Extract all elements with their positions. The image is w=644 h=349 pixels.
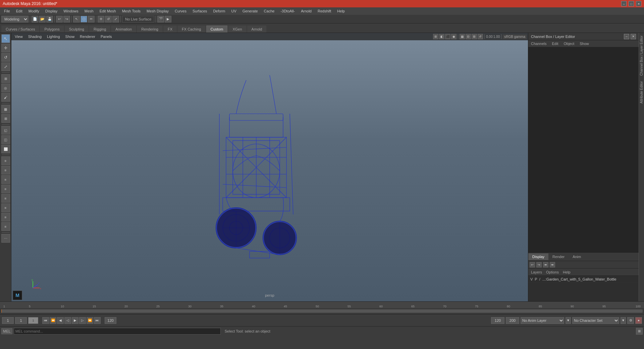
- tab-arnold[interactable]: Arnold: [247, 26, 267, 33]
- layer-row[interactable]: V P / ...:Garden_Cart_with_5_Gallon_Wate…: [528, 276, 639, 283]
- menu-uv[interactable]: UV: [228, 8, 239, 14]
- menu-mesh[interactable]: Mesh: [82, 8, 96, 14]
- vp-menu-panels[interactable]: Panels: [99, 34, 114, 39]
- tab-rendering[interactable]: Rendering: [137, 26, 163, 33]
- anim-end-field[interactable]: [506, 317, 519, 324]
- layer-p[interactable]: P: [535, 277, 537, 281]
- tab-custom[interactable]: Custom: [206, 26, 228, 33]
- tab-sculpting[interactable]: Sculpting: [65, 26, 89, 33]
- new-scene-button[interactable]: 📄: [32, 16, 38, 22]
- char-set-btn[interactable]: ▼: [621, 317, 626, 324]
- vp-btn-4[interactable]: ◉: [451, 34, 457, 39]
- soft-select-left[interactable]: ◎: [1, 84, 10, 92]
- layers-btn-4[interactable]: ➡: [550, 262, 555, 267]
- tab-fx[interactable]: FX: [163, 26, 177, 33]
- vtab-channel-box[interactable]: Channel Box / Layer Editor: [639, 33, 644, 79]
- disp-tab-render[interactable]: Render: [548, 253, 569, 260]
- poly-tool-3[interactable]: ⬜: [1, 145, 10, 153]
- channel-box-close[interactable]: ✕: [631, 34, 636, 39]
- prev-frame-button[interactable]: ⏪: [50, 317, 56, 324]
- close-button[interactable]: ✕: [636, 1, 641, 6]
- layers-btn-3[interactable]: ⬅: [543, 262, 548, 267]
- vp-btn-7[interactable]: ⊞: [472, 34, 477, 39]
- grid-btn-2[interactable]: ⊞: [1, 114, 10, 123]
- menu-redshift[interactable]: Redshift: [315, 8, 334, 14]
- redo-button[interactable]: ↪: [63, 16, 70, 22]
- frame-end-field[interactable]: [105, 317, 116, 324]
- disp-tab-anim[interactable]: Anim: [569, 253, 585, 260]
- move-tool-left[interactable]: ✛: [1, 44, 10, 52]
- lay-tab-help[interactable]: Help: [561, 269, 572, 275]
- vtab-attribute-editor[interactable]: Attribute Editor: [639, 79, 644, 106]
- extra-btn[interactable]: ⋯: [1, 234, 10, 243]
- minimize-button[interactable]: –: [621, 1, 627, 6]
- open-scene-button[interactable]: 📂: [39, 16, 46, 22]
- menu-mesh-display[interactable]: Mesh Display: [144, 8, 171, 14]
- paint-weights-left[interactable]: 🖌: [1, 93, 10, 102]
- move-tool-button[interactable]: ✛: [98, 16, 104, 22]
- sculpt-btn-2[interactable]: ≡: [1, 166, 10, 174]
- poly-tool-1[interactable]: ◱: [1, 126, 10, 135]
- layer-v[interactable]: V: [530, 277, 533, 281]
- menu-3dtoall[interactable]: -3DtoAll-: [278, 8, 298, 14]
- anim-layer-btn[interactable]: ▼: [566, 317, 571, 324]
- mode-dropdown[interactable]: Modeling Rigging Animation FX Rendering: [1, 16, 29, 22]
- channel-box-minimize[interactable]: –: [624, 34, 629, 39]
- play-forward-button[interactable]: ▶: [72, 317, 78, 324]
- tab-polygons[interactable]: Polygons: [40, 26, 64, 33]
- goto-end-button[interactable]: ⏭: [94, 317, 101, 324]
- undo-button[interactable]: ↩: [56, 16, 63, 22]
- lay-tab-options[interactable]: Options: [545, 269, 560, 275]
- snap-tool-left[interactable]: ⊞: [1, 74, 10, 83]
- settings-btn[interactable]: ⚙: [627, 317, 634, 324]
- menu-file[interactable]: File: [1, 8, 13, 14]
- tab-fx-caching[interactable]: FX Caching: [177, 26, 205, 33]
- mel-label[interactable]: MEL: [1, 328, 12, 334]
- gamma-label[interactable]: sRGB gamma: [503, 35, 527, 39]
- vp-menu-shading[interactable]: Shading: [26, 34, 44, 39]
- vp-menu-show[interactable]: Show: [63, 34, 77, 39]
- menu-display[interactable]: Display: [43, 8, 60, 14]
- vp-btn-3[interactable]: ⬛: [445, 34, 450, 39]
- frame-start-field[interactable]: [2, 317, 14, 324]
- menu-edit[interactable]: Edit: [13, 8, 25, 14]
- mel-input[interactable]: [14, 328, 221, 335]
- disp-tab-display[interactable]: Display: [528, 253, 548, 260]
- menu-generate[interactable]: Generate: [240, 8, 261, 14]
- next-key-button[interactable]: ▷: [79, 317, 86, 324]
- tab-curves-surfaces[interactable]: Curves / Surfaces: [1, 26, 39, 33]
- script-editor-btn[interactable]: ⊞: [636, 328, 643, 335]
- menu-curves[interactable]: Curves: [172, 8, 189, 14]
- ipr-render-button[interactable]: ▶: [165, 16, 171, 22]
- sculpt-btn-8[interactable]: ≡: [1, 222, 10, 231]
- vp-menu-view[interactable]: View: [13, 34, 25, 39]
- vp-menu-lighting[interactable]: Lighting: [45, 34, 62, 39]
- menu-arnold[interactable]: Arnold: [298, 8, 314, 14]
- cb-tab-channels[interactable]: Channels: [530, 41, 548, 46]
- vp-btn-5[interactable]: ▦: [460, 34, 465, 39]
- sculpt-btn-4[interactable]: ≡: [1, 185, 10, 193]
- tab-rigging[interactable]: Rigging: [89, 26, 110, 33]
- sculpt-btn-7[interactable]: ≡: [1, 213, 10, 221]
- next-frame-button[interactable]: ⏩: [87, 317, 93, 324]
- select-tool-left[interactable]: ↖: [1, 34, 10, 43]
- poly-tool-2[interactable]: ◫: [1, 135, 10, 144]
- rotate-tool-left[interactable]: ↺: [1, 53, 10, 62]
- menu-cache[interactable]: Cache: [261, 8, 277, 14]
- menu-deform[interactable]: Deform: [210, 8, 228, 14]
- grid-btn[interactable]: ▦: [1, 105, 10, 113]
- menu-modify[interactable]: Modify: [26, 8, 42, 14]
- render-button[interactable]: 🎬: [157, 16, 164, 22]
- lay-tab-layers[interactable]: Layers: [530, 269, 543, 275]
- tab-xgen[interactable]: XGen: [228, 26, 246, 33]
- vp-btn-8[interactable]: ↺: [478, 34, 483, 39]
- vp-btn-2[interactable]: ◧: [439, 34, 444, 39]
- sculpt-btn-1[interactable]: ≡: [1, 156, 10, 165]
- char-set-select[interactable]: No Character Set: [572, 317, 619, 324]
- vp-menu-renderer[interactable]: Renderer: [78, 34, 97, 39]
- timeline-ruler[interactable]: 1 5 10 15 20 25 30 35 40 45 50 55 60 65 …: [0, 302, 644, 308]
- auto-key-btn[interactable]: ●: [635, 317, 642, 324]
- goto-start-button[interactable]: ⏮: [42, 317, 49, 324]
- current-frame-field[interactable]: [15, 317, 27, 324]
- sculpt-btn-3[interactable]: ≡: [1, 175, 10, 184]
